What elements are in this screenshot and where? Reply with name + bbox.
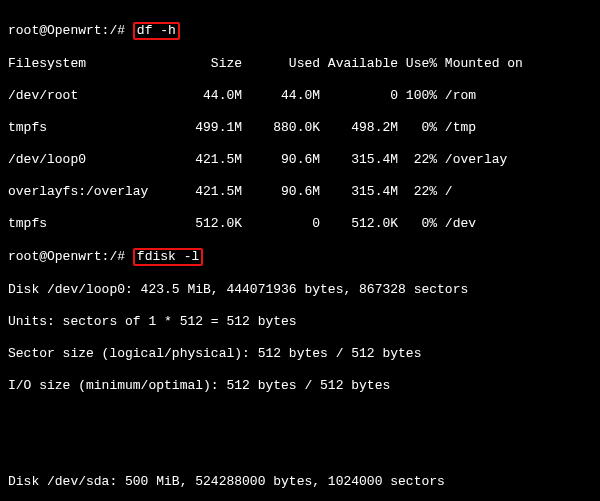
command-fdisk: fdisk -l xyxy=(133,248,203,266)
terminal[interactable]: root@Openwrt:/# df -h Filesystem Size Us… xyxy=(0,0,600,501)
df-row: tmpfs 499.1M 880.0K 498.2M 0% /tmp xyxy=(8,120,592,136)
df-row: /dev/root 44.0M 44.0M 0 100% /rom xyxy=(8,88,592,104)
prompt-line-2: root@Openwrt:/# fdisk -l xyxy=(8,248,592,266)
fdisk-line: Units: sectors of 1 * 512 = 512 bytes xyxy=(8,314,592,330)
command-df: df -h xyxy=(133,22,180,40)
fdisk-line: Sector size (logical/physical): 512 byte… xyxy=(8,346,592,362)
fdisk-line: Disk /dev/loop0: 423.5 MiB, 444071936 by… xyxy=(8,282,592,298)
df-row: /dev/loop0 421.5M 90.6M 315.4M 22% /over… xyxy=(8,152,592,168)
df-row: tmpfs 512.0K 0 512.0K 0% /dev xyxy=(8,216,592,232)
fdisk-line: Disk /dev/sda: 500 MiB, 524288000 bytes,… xyxy=(8,474,592,490)
blank-line xyxy=(8,410,592,426)
blank-line xyxy=(8,442,592,458)
prompt: root@Openwrt:/# xyxy=(8,249,125,264)
df-row: overlayfs:/overlay 421.5M 90.6M 315.4M 2… xyxy=(8,184,592,200)
fdisk-line: I/O size (minimum/optimal): 512 bytes / … xyxy=(8,378,592,394)
prompt-line-1: root@Openwrt:/# df -h xyxy=(8,22,592,40)
df-header: Filesystem Size Used Available Use% Moun… xyxy=(8,56,592,72)
prompt: root@Openwrt:/# xyxy=(8,23,125,38)
